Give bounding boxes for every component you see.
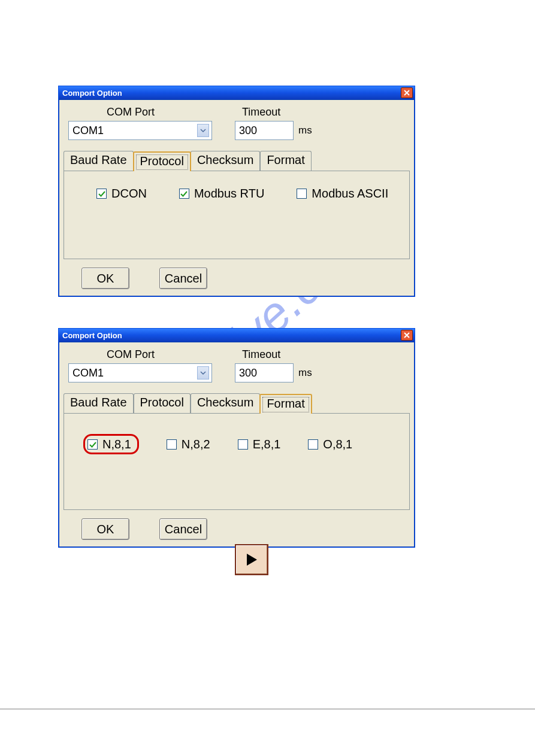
checkbox-n81[interactable]: N,8,1 — [87, 438, 131, 451]
titlebar[interactable]: Comport Option — [59, 86, 415, 100]
comport-dialog-format: Comport Option COM Port COM1 Timeout 300… — [58, 328, 415, 548]
checkbox-label: Modbus RTU — [194, 187, 264, 201]
comport-value: COM1 — [72, 125, 104, 137]
comport-dialog-protocol: Comport Option COM Port COM1 Timeout 300… — [58, 86, 415, 297]
tab-protocol[interactable]: Protocol — [133, 151, 191, 171]
checkbox-icon — [179, 189, 189, 199]
footer-divider — [0, 709, 535, 709]
tab-format[interactable]: Format — [259, 394, 312, 414]
play-button[interactable] — [235, 544, 268, 575]
checkbox-dcon[interactable]: DCON — [96, 187, 147, 201]
chevron-down-icon[interactable] — [197, 124, 209, 137]
checkbox-icon — [87, 439, 98, 450]
checkbox-icon — [167, 439, 177, 450]
timeout-value: 300 — [239, 367, 257, 379]
highlight-circle: N,8,1 — [83, 434, 139, 454]
checkbox-n82[interactable]: N,8,2 — [167, 438, 210, 451]
ms-label: ms — [298, 125, 312, 136]
checkbox-o81[interactable]: O,8,1 — [308, 438, 352, 451]
tab-checksum[interactable]: Checksum — [191, 393, 260, 413]
tab-baud-rate[interactable]: Baud Rate — [64, 393, 134, 413]
tab-panel: DCON Modbus RTU Modbus ASCII — [64, 171, 410, 259]
tab-format[interactable]: Format — [260, 151, 311, 171]
cancel-button[interactable]: Cancel — [159, 268, 207, 289]
checkbox-label: E,8,1 — [253, 438, 281, 451]
checkbox-icon — [96, 189, 107, 199]
timeout-input[interactable]: 300 — [235, 121, 294, 140]
window-title: Comport Option — [62, 89, 122, 98]
timeout-label: Timeout — [242, 348, 331, 361]
checkbox-e81[interactable]: E,8,1 — [238, 438, 281, 451]
comport-select[interactable]: COM1 — [68, 121, 212, 140]
checkbox-modbus-ascii[interactable]: Modbus ASCII — [297, 187, 388, 201]
checkbox-icon — [238, 439, 248, 450]
close-icon[interactable] — [401, 87, 413, 98]
tab-checksum[interactable]: Checksum — [191, 151, 260, 171]
timeout-input[interactable]: 300 — [235, 363, 294, 382]
titlebar[interactable]: Comport Option — [59, 329, 415, 342]
ok-button[interactable]: OK — [81, 518, 129, 540]
timeout-value: 300 — [239, 125, 257, 137]
checkbox-label: Modbus ASCII — [312, 187, 388, 201]
play-icon — [245, 552, 258, 567]
cancel-button[interactable]: Cancel — [159, 518, 207, 540]
checkbox-label: N,8,1 — [102, 438, 131, 451]
timeout-label: Timeout — [242, 106, 331, 119]
checkbox-icon — [297, 189, 307, 199]
comport-select[interactable]: COM1 — [68, 363, 212, 382]
chevron-down-icon[interactable] — [197, 366, 209, 379]
comport-label: COM Port — [107, 106, 230, 119]
checkbox-modbus-rtu[interactable]: Modbus RTU — [179, 187, 264, 201]
close-icon[interactable] — [401, 330, 413, 341]
tab-baud-rate[interactable]: Baud Rate — [64, 151, 134, 171]
tab-panel: N,8,1 N,8,2 E,8,1 O,8,1 — [64, 413, 410, 510]
checkbox-icon — [308, 439, 318, 450]
checkbox-label: O,8,1 — [323, 438, 352, 451]
tab-protocol[interactable]: Protocol — [134, 393, 191, 413]
window-title: Comport Option — [62, 331, 122, 340]
comport-value: COM1 — [72, 367, 104, 379]
ms-label: ms — [298, 367, 312, 379]
comport-label: COM Port — [107, 348, 230, 361]
checkbox-label: N,8,2 — [182, 438, 210, 451]
checkbox-label: DCON — [111, 187, 147, 201]
ok-button[interactable]: OK — [81, 268, 129, 289]
